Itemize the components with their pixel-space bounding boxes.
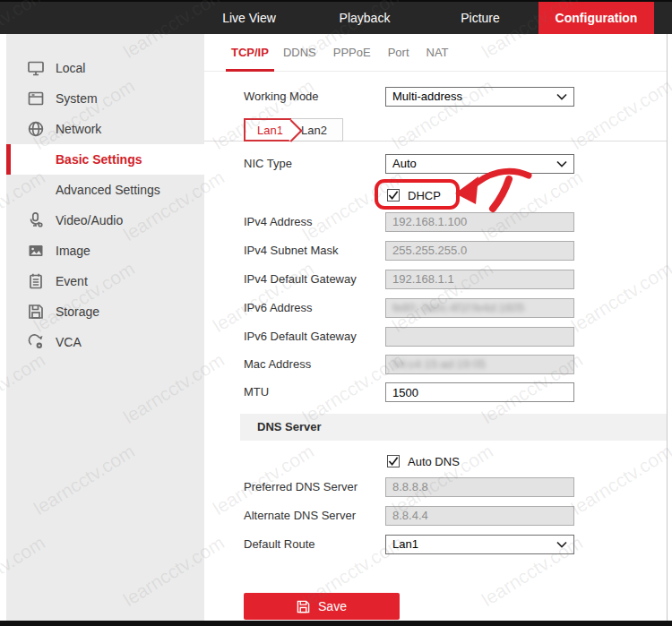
vca-gear-icon: [27, 333, 45, 351]
alternate-dns-label: Alternate DNS Server: [244, 506, 356, 526]
alternate-dns-field: 8.8.4.4: [385, 506, 574, 526]
tcpip-settings-panel: TCP/IP DDNS PPPoE Port NAT Working Mode …: [204, 34, 668, 621]
tab-nat[interactable]: NAT: [426, 34, 449, 71]
tab-tcpip[interactable]: TCP/IP: [231, 34, 269, 71]
sidebar-item-label: Advanced Settings: [56, 183, 160, 197]
sidebar-item-label: Local: [56, 61, 85, 75]
sidebar-item-label: Storage: [56, 304, 99, 319]
sidebar-item-label: Image: [56, 244, 90, 258]
nav-picture[interactable]: Picture: [426, 2, 534, 34]
ipv6-default-gateway-field: [385, 327, 574, 347]
save-floppy-icon: [297, 600, 310, 613]
mac-address-label: Mac Address: [244, 355, 311, 374]
mtu-input[interactable]: [385, 382, 574, 402]
nav-live-view[interactable]: Live View: [195, 2, 303, 34]
working-mode-value: Multi-address: [392, 88, 462, 106]
monitor-icon: [27, 59, 45, 77]
ipv4-subnet-mask-field: 255.255.255.0: [385, 241, 574, 261]
ipv6-address-field: fe80::3a0c:4f1f:fe4d:1605: [385, 298, 574, 318]
ipv4-address-field: 192.168.1.100: [385, 212, 574, 232]
preferred-dns-field: 8.8.8.8: [385, 477, 574, 497]
sidebar-item-system[interactable]: System: [6, 83, 204, 114]
tab-pppoe[interactable]: PPPoE: [333, 34, 371, 71]
dhcp-checkbox[interactable]: [387, 189, 400, 202]
sidebar-item-label: Basic Settings: [56, 152, 142, 167]
ipv6-address-label: IPv6 Address: [244, 298, 313, 318]
default-route-select[interactable]: Lan1: [385, 535, 574, 554]
sidebar-item-advanced-settings[interactable]: Advanced Settings: [6, 175, 204, 205]
dhcp-checkbox-row[interactable]: DHCP: [387, 186, 441, 204]
chevron-down-icon: [556, 536, 567, 553]
auto-dns-checkbox-row[interactable]: Auto DNS: [387, 452, 460, 470]
chevron-down-icon: [556, 155, 567, 173]
lan-tabs-row: Lan2 Lan1: [204, 117, 667, 141]
nic-type-select[interactable]: Auto: [385, 154, 574, 174]
auto-dns-checkbox[interactable]: [387, 455, 400, 467]
sidebar-item-vca[interactable]: VCA: [6, 327, 204, 357]
system-window-icon: [27, 90, 45, 107]
sidebar-item-label: Event: [56, 274, 88, 288]
save-button[interactable]: Save: [244, 593, 400, 620]
ipv4-default-gateway-value: 192.168.1.1: [392, 272, 454, 286]
globe-icon: [27, 120, 45, 138]
sidebar-item-storage[interactable]: Storage: [6, 296, 204, 327]
sidebar-item-label: VCA: [56, 335, 82, 349]
dns-server-section-header: DNS Server: [240, 414, 667, 441]
sidebar-item-network[interactable]: Network: [6, 114, 204, 144]
preferred-dns-label: Preferred DNS Server: [244, 477, 358, 497]
alternate-dns-value: 8.8.4.4: [392, 509, 428, 522]
ipv4-default-gateway-label: IPv4 Default Gateway: [244, 270, 357, 289]
mac-address-value: 54:c4:15:ad:19:05: [392, 357, 486, 371]
tab-ddns[interactable]: DDNS: [283, 34, 316, 71]
event-notepad-icon: [27, 272, 45, 290]
sidebar-item-basic-settings[interactable]: Basic Settings: [6, 144, 204, 175]
dhcp-label: DHCP: [408, 189, 441, 202]
nav-playback[interactable]: Playback: [311, 2, 418, 34]
storage-disk-icon: [27, 303, 45, 321]
preferred-dns-value: 8.8.8.8: [392, 480, 428, 493]
tab-lan1[interactable]: Lan1: [244, 118, 291, 141]
mtu-label: MTU: [244, 382, 269, 402]
sidebar-item-label: Video/Audio: [56, 213, 123, 227]
sidebar-item-label: System: [56, 91, 98, 106]
save-button-label: Save: [318, 599, 347, 613]
ipv4-subnet-mask-value: 255.255.255.0: [392, 244, 467, 257]
default-route-label: Default Route: [244, 535, 315, 554]
network-tabs: TCP/IP DDNS PPPoE Port NAT: [204, 34, 667, 72]
nic-type-value: Auto: [392, 155, 417, 173]
nic-type-label: NIC Type: [244, 154, 292, 174]
ipv4-address-value: 192.168.1.100: [392, 215, 467, 228]
working-mode-label: Working Mode: [244, 87, 319, 107]
mac-address-field: 54:c4:15:ad:19:05: [385, 355, 574, 374]
sidebar-item-local[interactable]: Local: [6, 53, 204, 83]
chevron-down-icon: [556, 88, 567, 106]
ipv6-address-value: fe80::3a0c:4f1f:fe4d:1605: [392, 301, 524, 314]
sidebar-item-video-audio[interactable]: Video/Audio: [6, 205, 204, 236]
working-mode-select[interactable]: Multi-address: [385, 87, 574, 107]
microphone-icon: [27, 211, 45, 229]
sidebar-item-image[interactable]: Image: [6, 236, 204, 266]
ipv4-default-gateway-field: 192.168.1.1: [385, 270, 574, 289]
auto-dns-label: Auto DNS: [408, 455, 460, 468]
sidebar-item-label: Network: [56, 122, 101, 136]
nav-configuration[interactable]: Configuration: [538, 2, 654, 34]
tab-port[interactable]: Port: [388, 34, 409, 71]
default-route-value: Lan1: [392, 536, 418, 553]
top-nav: Live View Playback Picture Configuration: [0, 0, 672, 34]
ipv4-address-label: IPv4 Address: [244, 212, 313, 232]
window-bottom-border: [0, 621, 672, 626]
ipv4-subnet-mask-label: IPv4 Subnet Mask: [244, 241, 339, 261]
image-icon: [27, 242, 45, 260]
sidebar-item-event[interactable]: Event: [6, 266, 204, 296]
ipv6-default-gateway-label: IPv6 Default Gateway: [244, 327, 357, 347]
sidebar: Local System Network Basic Settings Adva…: [6, 34, 204, 621]
